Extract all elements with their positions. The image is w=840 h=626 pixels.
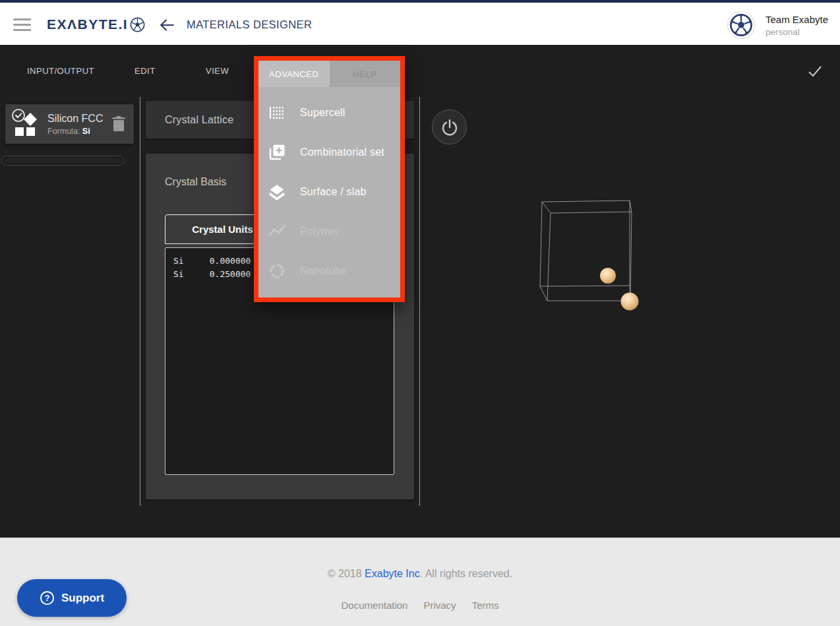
link-privacy[interactable]: Privacy bbox=[423, 600, 456, 611]
nanotube-ring-icon bbox=[268, 263, 285, 280]
material-formula: Formula: Si bbox=[47, 127, 111, 136]
dropdown-tabs: ADVANCED HELP bbox=[258, 61, 400, 87]
menu-view[interactable]: VIEW bbox=[206, 45, 229, 97]
avatar-ball-icon bbox=[729, 13, 753, 37]
menu-item-supercell[interactable]: Supercell bbox=[258, 93, 400, 133]
page-footer: © 2018 Exabyte Inc. All rights reserved.… bbox=[0, 538, 840, 626]
exabyte-logo[interactable]: EXΛBYTE.I bbox=[47, 16, 145, 32]
team-avatar bbox=[727, 11, 755, 39]
crystal-scene[interactable] bbox=[420, 97, 840, 505]
app-header: EXΛBYTE.I bbox=[0, 0, 840, 45]
menu-item-nanotube: Nanotube bbox=[258, 251, 400, 291]
menu-item-combinatorial-set[interactable]: Combinatorial set bbox=[258, 133, 400, 172]
menu-input-output[interactable]: INPUT/OUTPUT bbox=[27, 45, 94, 97]
delete-material-icon[interactable] bbox=[111, 115, 126, 133]
material-selected-icon bbox=[11, 109, 41, 139]
material-formula-value: Si bbox=[82, 127, 90, 136]
supercell-grid-icon bbox=[268, 104, 285, 121]
svg-text:?: ? bbox=[45, 594, 50, 603]
material-name: Silicon FCC bbox=[47, 113, 111, 125]
main-menubar: INPUT/OUTPUT EDIT VIEW ADVANCED HELP bbox=[0, 45, 840, 97]
account-widget[interactable]: Team Exabyte personal bbox=[727, 11, 828, 39]
menu-item-polymer: Polymer bbox=[258, 212, 400, 251]
back-arrow-icon[interactable] bbox=[158, 16, 175, 34]
account-name: Team Exabyte bbox=[765, 14, 828, 25]
link-terms[interactable]: Terms bbox=[472, 600, 499, 611]
materials-designer-app: EXΛBYTE.I bbox=[0, 0, 840, 626]
textarea-resize-grip[interactable] bbox=[386, 466, 392, 473]
support-button[interactable]: ? Support bbox=[17, 579, 127, 617]
menu-item-label: Combinatorial set bbox=[300, 146, 384, 158]
menu-item-label: Polymer bbox=[300, 226, 340, 237]
account-plan: personal bbox=[765, 27, 828, 37]
menu-item-label: Nanotube bbox=[300, 265, 347, 277]
menu-item-surface-slab[interactable]: Surface / slab bbox=[258, 172, 400, 212]
hamburger-menu-icon[interactable] bbox=[13, 18, 31, 32]
atom-sphere bbox=[621, 293, 639, 311]
help-circle-icon: ? bbox=[40, 590, 55, 606]
layers-icon bbox=[268, 183, 285, 201]
link-documentation[interactable]: Documentation bbox=[342, 600, 408, 611]
materials-sidebar: Silicon FCC Formula: Si bbox=[0, 97, 140, 505]
content-area: Silicon FCC Formula: Si bbox=[0, 97, 840, 505]
page-title: MATERIALS DESIGNER bbox=[187, 18, 312, 31]
apply-check-icon[interactable] bbox=[807, 64, 823, 78]
atom-sphere bbox=[600, 268, 616, 284]
sidebar-scrollbar[interactable] bbox=[1, 156, 124, 166]
exabyte-inc-link[interactable]: Exabyte Inc bbox=[365, 568, 420, 579]
polymer-zigzag-icon bbox=[268, 223, 285, 240]
viewer-3d-panel[interactable] bbox=[419, 97, 840, 505]
bottom-dark-strip bbox=[0, 506, 840, 538]
material-list-item-silicon-fcc[interactable]: Silicon FCC Formula: Si bbox=[5, 104, 134, 144]
exabyte-logo-text: EXΛBYTE.I bbox=[47, 16, 128, 32]
copyright-text: © 2018 Exabyte Inc. All rights reserved. bbox=[0, 568, 840, 580]
menu-item-label: Surface / slab bbox=[300, 186, 367, 198]
unit-cell-wireframe bbox=[540, 201, 632, 301]
advanced-dropdown-highlighted: ADVANCED HELP Supercell bbox=[254, 56, 405, 302]
exabyte-ball-icon bbox=[130, 17, 145, 32]
support-button-label: Support bbox=[61, 592, 104, 605]
tab-help[interactable]: HELP bbox=[330, 61, 401, 87]
crystal-basis-title: Crystal Basis bbox=[165, 176, 226, 188]
menu-item-label: Supercell bbox=[300, 107, 345, 119]
menu-edit[interactable]: EDIT bbox=[135, 45, 156, 97]
dropdown-items: Supercell Combinatorial set bbox=[258, 87, 400, 291]
tab-advanced[interactable]: ADVANCED bbox=[258, 61, 330, 87]
library-add-icon bbox=[268, 144, 285, 161]
crystal-lattice-title: Crystal Lattice bbox=[165, 114, 233, 126]
